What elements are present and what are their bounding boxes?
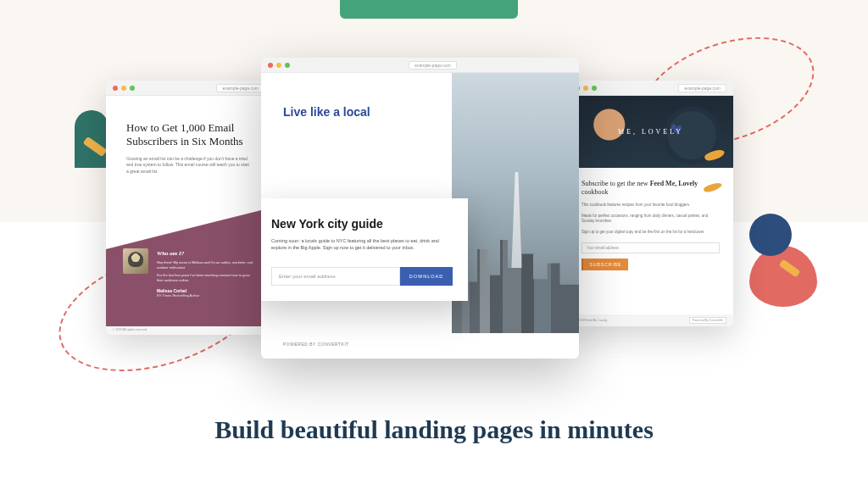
bio-text-1: Hey there! My name is Melissa and I'm an… [157, 260, 254, 270]
cta-button-peek[interactable] [340, 0, 518, 19]
url-bar: example-page.com [409, 61, 457, 70]
window-close-icon [113, 86, 118, 91]
section-headline: Build beautiful landing pages in minutes [0, 415, 868, 444]
template-footer: © 2019 All rights reserved [106, 326, 271, 335]
template-brand: ME, LOVELY [618, 128, 683, 136]
template-hero-image: ME, LOVELY [568, 96, 733, 168]
bio-heading: Who am I? [157, 250, 254, 257]
window-minimize-icon [121, 86, 126, 91]
decorative-shape-circle [749, 214, 792, 256]
template-footer: © 2019 Feed Me, Lovely Powered By Conver… [568, 314, 733, 326]
footer-copyright: © 2019 Feed Me, Lovely [575, 319, 607, 322]
card-title: New York city guide [271, 217, 453, 231]
city-skyline-image [452, 73, 579, 333]
template-title: How to Get 1,000 Email Subscribers in Si… [126, 121, 251, 149]
template-heading: Subscribe to get the new Feed Me, Lovely… [581, 180, 720, 197]
window-zoom-icon [130, 86, 135, 91]
window-zoom-icon [592, 86, 597, 91]
subscribe-button[interactable]: SUBSCRIBE [581, 259, 628, 270]
url-bar: example-page.com [216, 84, 264, 92]
window-zoom-icon [285, 63, 290, 68]
powered-by-text: POWERED BY CONVERTKIT [283, 342, 349, 347]
card-description: Coming soon: a locals guide to NYC featu… [271, 237, 453, 252]
template-paragraph-3: Sign up to get your digital copy and be … [581, 230, 720, 236]
template-bio-section: Who am I? Hey there! My name is Melissa … [106, 208, 271, 326]
window-close-icon [268, 63, 273, 68]
template-preview-cookbook: example-page.com ME, LOVELY Subscribe to… [568, 81, 733, 326]
template-paragraph-1: This cookbook features recipes from your… [581, 203, 720, 209]
browser-chrome: example-page.com [568, 81, 733, 96]
browser-chrome: example-page.com [106, 81, 271, 96]
author-avatar [123, 248, 148, 274]
bio-text-2: For the last few years I've been teachin… [157, 273, 254, 283]
template-preview-city-guide: example-page.com Live like a local New Y… [261, 58, 579, 359]
template-description: Growing an email list can be a challenge… [126, 156, 251, 175]
decorative-shape-blob [749, 246, 817, 307]
window-minimize-icon [583, 86, 588, 91]
download-button[interactable]: DOWNLOAD [400, 267, 453, 286]
browser-chrome: example-page.com [261, 58, 579, 73]
window-minimize-icon [276, 63, 281, 68]
url-bar: example-page.com [678, 84, 726, 92]
template-preview-email-course: example-page.com How to Get 1,000 Email … [106, 81, 271, 335]
template-paragraph-2: Meals for perfect occasions, ranging fro… [581, 214, 720, 225]
email-field[interactable]: Enter your email address [271, 267, 400, 286]
email-field[interactable]: Your email address [581, 242, 720, 253]
author-role: NY Times Bestselling Author [157, 293, 254, 298]
decorative-shape-arch [75, 110, 108, 168]
signup-card: New York city guide Coming soon: a local… [261, 198, 468, 301]
powered-by-badge: Powered By ConvertKit [689, 317, 726, 324]
